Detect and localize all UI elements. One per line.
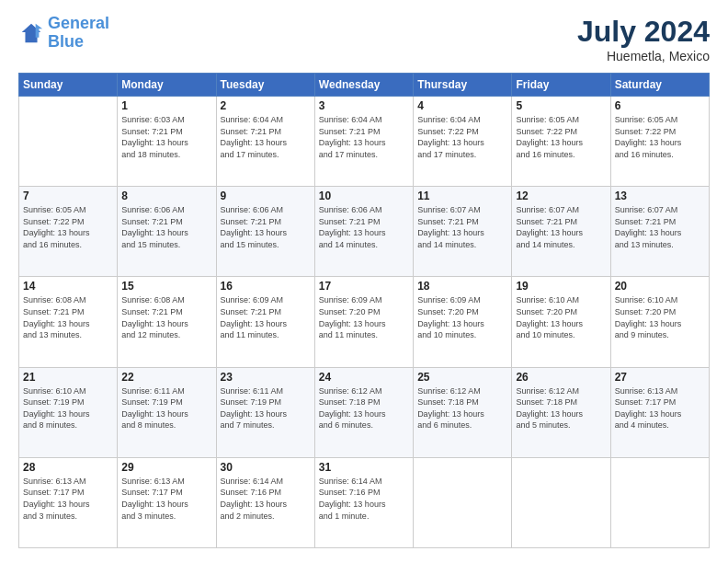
day-number: 15 <box>121 280 211 293</box>
month-year: July 2024 <box>577 15 710 49</box>
day-info: Sunrise: 6:03 AM Sunset: 7:21 PM Dayligh… <box>121 114 211 160</box>
day-number: 5 <box>516 99 606 112</box>
day-number: 10 <box>319 190 409 202</box>
day-info: Sunrise: 6:10 AM Sunset: 7:20 PM Dayligh… <box>516 294 606 340</box>
logo-icon <box>18 20 44 46</box>
day-number: 27 <box>615 371 705 384</box>
header: General Blue July 2024 Huemetla, Mexico <box>18 15 710 63</box>
day-number: 18 <box>417 280 507 293</box>
day-info: Sunrise: 6:12 AM Sunset: 7:18 PM Dayligh… <box>319 385 409 431</box>
day-info: Sunrise: 6:07 AM Sunset: 7:21 PM Dayligh… <box>516 204 606 250</box>
day-number: 30 <box>221 461 311 474</box>
day-number: 25 <box>417 371 507 384</box>
calendar-cell <box>19 97 118 187</box>
calendar-cell <box>512 457 610 547</box>
calendar-cell: 18Sunrise: 6:09 AM Sunset: 7:20 PM Dayli… <box>414 277 512 367</box>
calendar-cell: 3Sunrise: 6:04 AM Sunset: 7:21 PM Daylig… <box>314 97 413 187</box>
day-info: Sunrise: 6:08 AM Sunset: 7:21 PM Dayligh… <box>23 294 113 340</box>
calendar-cell: 10Sunrise: 6:06 AM Sunset: 7:21 PM Dayli… <box>314 187 413 277</box>
weekday-header-sunday: Sunday <box>19 74 118 97</box>
day-info: Sunrise: 6:14 AM Sunset: 7:16 PM Dayligh… <box>221 476 311 522</box>
calendar-cell: 11Sunrise: 6:07 AM Sunset: 7:21 PM Dayli… <box>414 187 512 277</box>
calendar-week-row: 21Sunrise: 6:10 AM Sunset: 7:19 PM Dayli… <box>19 367 710 457</box>
day-info: Sunrise: 6:13 AM Sunset: 7:17 PM Dayligh… <box>615 385 705 431</box>
calendar-week-row: 14Sunrise: 6:08 AM Sunset: 7:21 PM Dayli… <box>19 277 710 367</box>
day-number: 23 <box>221 371 311 384</box>
day-info: Sunrise: 6:10 AM Sunset: 7:20 PM Dayligh… <box>615 294 705 340</box>
day-number: 11 <box>417 190 507 202</box>
day-number: 17 <box>319 280 409 293</box>
day-info: Sunrise: 6:10 AM Sunset: 7:19 PM Dayligh… <box>23 385 113 431</box>
weekday-header-friday: Friday <box>512 74 610 97</box>
day-info: Sunrise: 6:06 AM Sunset: 7:21 PM Dayligh… <box>319 204 409 250</box>
day-info: Sunrise: 6:05 AM Sunset: 7:22 PM Dayligh… <box>23 204 113 250</box>
day-number: 14 <box>23 280 113 293</box>
title-block: July 2024 Huemetla, Mexico <box>577 15 710 63</box>
calendar-cell: 29Sunrise: 6:13 AM Sunset: 7:17 PM Dayli… <box>118 457 216 547</box>
calendar-cell: 5Sunrise: 6:05 AM Sunset: 7:22 PM Daylig… <box>512 97 610 187</box>
day-number: 12 <box>516 190 606 202</box>
calendar-cell: 17Sunrise: 6:09 AM Sunset: 7:20 PM Dayli… <box>314 277 413 367</box>
day-info: Sunrise: 6:14 AM Sunset: 7:16 PM Dayligh… <box>319 476 409 522</box>
calendar-cell: 1Sunrise: 6:03 AM Sunset: 7:21 PM Daylig… <box>118 97 216 187</box>
day-number: 29 <box>121 461 211 474</box>
calendar-cell: 6Sunrise: 6:05 AM Sunset: 7:22 PM Daylig… <box>610 97 709 187</box>
calendar-cell: 12Sunrise: 6:07 AM Sunset: 7:21 PM Dayli… <box>512 187 610 277</box>
day-info: Sunrise: 6:13 AM Sunset: 7:17 PM Dayligh… <box>121 476 211 522</box>
day-info: Sunrise: 6:06 AM Sunset: 7:21 PM Dayligh… <box>121 204 211 250</box>
calendar-cell: 28Sunrise: 6:13 AM Sunset: 7:17 PM Dayli… <box>19 457 118 547</box>
day-info: Sunrise: 6:07 AM Sunset: 7:21 PM Dayligh… <box>615 204 705 250</box>
day-number: 4 <box>417 99 507 112</box>
weekday-header-thursday: Thursday <box>414 74 512 97</box>
day-number: 13 <box>615 190 705 202</box>
svg-marker-1 <box>36 24 42 38</box>
calendar-cell: 9Sunrise: 6:06 AM Sunset: 7:21 PM Daylig… <box>216 187 314 277</box>
calendar-cell: 27Sunrise: 6:13 AM Sunset: 7:17 PM Dayli… <box>610 367 709 457</box>
day-number: 22 <box>121 371 211 384</box>
day-info: Sunrise: 6:07 AM Sunset: 7:21 PM Dayligh… <box>417 204 507 250</box>
day-info: Sunrise: 6:04 AM Sunset: 7:21 PM Dayligh… <box>221 114 311 160</box>
calendar-cell: 20Sunrise: 6:10 AM Sunset: 7:20 PM Dayli… <box>610 277 709 367</box>
day-number: 24 <box>319 371 409 384</box>
day-number: 20 <box>615 280 705 293</box>
day-number: 26 <box>516 371 606 384</box>
calendar-cell: 16Sunrise: 6:09 AM Sunset: 7:21 PM Dayli… <box>216 277 314 367</box>
calendar-cell: 24Sunrise: 6:12 AM Sunset: 7:18 PM Dayli… <box>314 367 413 457</box>
weekday-header-saturday: Saturday <box>610 74 709 97</box>
calendar-cell: 21Sunrise: 6:10 AM Sunset: 7:19 PM Dayli… <box>19 367 118 457</box>
day-info: Sunrise: 6:11 AM Sunset: 7:19 PM Dayligh… <box>221 385 311 431</box>
weekday-header-wednesday: Wednesday <box>314 74 413 97</box>
day-number: 16 <box>221 280 311 293</box>
day-info: Sunrise: 6:12 AM Sunset: 7:18 PM Dayligh… <box>516 385 606 431</box>
calendar-cell: 8Sunrise: 6:06 AM Sunset: 7:21 PM Daylig… <box>118 187 216 277</box>
day-number: 28 <box>23 461 113 474</box>
day-info: Sunrise: 6:09 AM Sunset: 7:21 PM Dayligh… <box>221 294 311 340</box>
day-info: Sunrise: 6:05 AM Sunset: 7:22 PM Dayligh… <box>615 114 705 160</box>
day-info: Sunrise: 6:06 AM Sunset: 7:21 PM Dayligh… <box>221 204 311 250</box>
day-number: 31 <box>319 461 409 474</box>
calendar-cell: 22Sunrise: 6:11 AM Sunset: 7:19 PM Dayli… <box>118 367 216 457</box>
calendar-cell: 19Sunrise: 6:10 AM Sunset: 7:20 PM Dayli… <box>512 277 610 367</box>
day-number: 8 <box>121 190 211 202</box>
day-info: Sunrise: 6:11 AM Sunset: 7:19 PM Dayligh… <box>121 385 211 431</box>
day-number: 7 <box>23 190 113 202</box>
day-info: Sunrise: 6:04 AM Sunset: 7:21 PM Dayligh… <box>319 114 409 160</box>
day-number: 3 <box>319 99 409 112</box>
weekday-header-tuesday: Tuesday <box>216 74 314 97</box>
day-info: Sunrise: 6:13 AM Sunset: 7:17 PM Dayligh… <box>23 476 113 522</box>
day-number: 9 <box>221 190 311 202</box>
day-number: 6 <box>615 99 705 112</box>
calendar-cell <box>414 457 512 547</box>
day-info: Sunrise: 6:05 AM Sunset: 7:22 PM Dayligh… <box>516 114 606 160</box>
calendar-cell: 31Sunrise: 6:14 AM Sunset: 7:16 PM Dayli… <box>314 457 413 547</box>
logo: General Blue <box>18 15 109 52</box>
calendar-cell: 13Sunrise: 6:07 AM Sunset: 7:21 PM Dayli… <box>610 187 709 277</box>
logo-text: General Blue <box>48 15 109 52</box>
day-number: 2 <box>221 99 311 112</box>
calendar-cell <box>610 457 709 547</box>
day-number: 19 <box>516 280 606 293</box>
calendar-cell: 26Sunrise: 6:12 AM Sunset: 7:18 PM Dayli… <box>512 367 610 457</box>
day-info: Sunrise: 6:04 AM Sunset: 7:22 PM Dayligh… <box>417 114 507 160</box>
calendar-cell: 15Sunrise: 6:08 AM Sunset: 7:21 PM Dayli… <box>118 277 216 367</box>
weekday-header-row: SundayMondayTuesdayWednesdayThursdayFrid… <box>19 74 710 97</box>
